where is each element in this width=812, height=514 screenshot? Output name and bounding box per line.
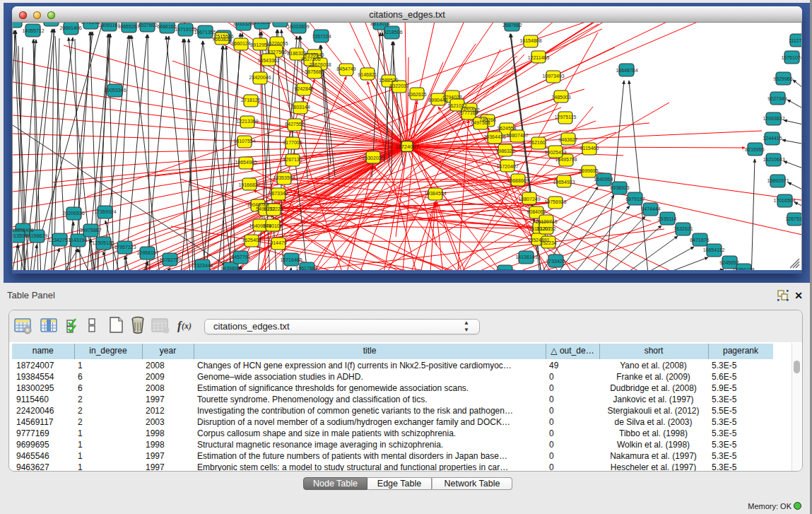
svg-text:16154808: 16154808: [519, 38, 541, 43]
svg-text:13353594: 13353594: [273, 175, 295, 180]
svg-text:9777169: 9777169: [459, 110, 478, 115]
svg-text:18724007: 18724007: [395, 144, 418, 150]
svg-text:8740109: 8740109: [263, 223, 282, 228]
svg-text:8322037: 8322037: [389, 83, 408, 88]
svg-text:8186323: 8186323: [287, 51, 306, 56]
svg-text:2718126: 2718126: [241, 98, 260, 103]
svg-text:8813014: 8813014: [370, 23, 389, 26]
svg-text:8471676: 8471676: [690, 238, 709, 243]
svg-text:20364436: 20364436: [483, 134, 505, 139]
svg-text:19654923: 19654923: [553, 180, 575, 185]
svg-text:10654112: 10654112: [703, 247, 725, 252]
svg-text:3913506: 3913506: [13, 233, 28, 238]
svg-text:8454749: 8454749: [336, 66, 355, 71]
svg-text:9242848: 9242848: [294, 86, 313, 91]
svg-text:14055712: 14055712: [22, 28, 44, 33]
svg-text:16671355: 16671355: [194, 30, 216, 35]
svg-text:9245652: 9245652: [719, 260, 739, 265]
svg-text:1320132: 1320132: [536, 226, 555, 231]
svg-text:19617889: 19617889: [295, 266, 317, 270]
svg-text:8912954: 8912954: [250, 42, 269, 47]
svg-text:10025433: 10025433: [544, 150, 566, 155]
svg-text:16495798: 16495798: [555, 157, 577, 162]
svg-text:1733426: 1733426: [546, 259, 565, 264]
svg-text:3267130: 3267130: [283, 157, 302, 162]
svg-text:9439898: 9439898: [220, 266, 240, 270]
svg-text:1588520: 1588520: [379, 78, 398, 83]
svg-text:10973493: 10973493: [542, 74, 564, 78]
svg-text:15751074: 15751074: [781, 55, 802, 60]
svg-text:18356778: 18356778: [732, 267, 754, 270]
svg-text:16782759: 16782759: [159, 257, 181, 262]
svg-text:14136141: 14136141: [515, 255, 537, 259]
svg-text:12093832: 12093832: [763, 116, 784, 121]
svg-text:1527602: 1527602: [138, 23, 157, 28]
svg-text:19208496: 19208496: [13, 228, 34, 233]
svg-text:17359924: 17359924: [94, 209, 116, 214]
svg-text:2935114: 2935114: [658, 216, 677, 221]
svg-text:11026225: 11026225: [13, 23, 25, 23]
svg-text:19218506: 19218506: [380, 30, 402, 35]
svg-text:62160: 62160: [531, 140, 546, 145]
svg-text:18807249: 18807249: [518, 197, 540, 201]
svg-text:9474444: 9474444: [641, 206, 660, 211]
svg-text:6879197: 6879197: [625, 197, 645, 201]
svg-text:8427552: 8427552: [285, 122, 304, 127]
svg-text:9699695: 9699695: [579, 168, 598, 173]
svg-text:9329966: 9329966: [773, 76, 792, 81]
svg-text:9457791: 9457791: [231, 255, 250, 259]
svg-text:914479: 914479: [270, 240, 286, 245]
svg-text:9463627: 9463627: [558, 137, 577, 142]
svg-text:8215955: 8215955: [745, 147, 764, 152]
svg-text:1267534: 1267534: [785, 216, 802, 221]
svg-text:19120746: 19120746: [535, 219, 557, 224]
svg-text:20206536: 20206536: [62, 211, 84, 216]
svg-text:17016504: 17016504: [773, 198, 795, 203]
svg-text:10688609: 10688609: [507, 178, 529, 183]
svg-text:10807487: 10807487: [506, 133, 528, 138]
svg-text:10958107: 10958107: [136, 250, 158, 255]
svg-text:16033809: 16033809: [287, 24, 309, 29]
svg-text:19756928: 19756928: [544, 199, 566, 204]
svg-text:15720407: 15720407: [496, 164, 518, 169]
svg-text:6794028: 6794028: [442, 95, 461, 100]
svg-text:3624554: 3624554: [497, 126, 516, 131]
svg-text:7663822: 7663822: [212, 37, 231, 42]
svg-text:1362615: 1362615: [407, 92, 426, 97]
svg-text:15692971: 15692971: [767, 178, 789, 183]
svg-text:252234: 252234: [540, 240, 556, 245]
svg-text:7485003: 7485003: [551, 95, 570, 100]
svg-text:18107554: 18107554: [233, 139, 255, 144]
svg-text:19654985: 19654985: [235, 160, 257, 165]
svg-text:6497568: 6497568: [471, 120, 490, 125]
svg-text:23420046: 23420046: [249, 75, 271, 80]
svg-text:19166827: 19166827: [238, 182, 260, 187]
svg-text:17957223: 17957223: [114, 245, 136, 250]
svg-text:23676038: 23676038: [309, 62, 331, 67]
svg-text:9146821: 9146821: [358, 72, 377, 77]
svg-text:15716485: 15716485: [280, 257, 302, 262]
svg-text:20053346: 20053346: [104, 88, 126, 93]
svg-text:12211485: 12211485: [528, 55, 550, 60]
svg-text:1640954: 1640954: [594, 177, 613, 182]
svg-text:12342757: 12342757: [48, 238, 70, 243]
svg-text:16210643: 16210643: [763, 157, 784, 162]
svg-text:1143194: 1143194: [69, 238, 88, 243]
svg-text:30975887: 30975887: [79, 228, 101, 233]
svg-text:5875685: 5875685: [305, 69, 324, 74]
svg-text:19384554: 19384554: [424, 191, 446, 196]
svg-text:7357224: 7357224: [312, 34, 331, 39]
svg-text:16543362: 16543362: [257, 58, 279, 63]
svg-text:1772246: 1772246: [81, 23, 100, 25]
svg-text:9084067: 9084067: [526, 209, 546, 214]
svg-text:9177006: 9177006: [283, 140, 302, 145]
svg-text:6466160: 6466160: [157, 24, 176, 29]
svg-text:1112748: 1112748: [789, 38, 802, 43]
svg-text:12323446: 12323446: [191, 263, 213, 268]
svg-text:16648784: 16648784: [616, 68, 637, 73]
svg-text:7632621: 7632621: [673, 226, 693, 231]
svg-text:12213369: 12213369: [236, 119, 258, 124]
svg-text:2687682: 2687682: [502, 23, 522, 28]
svg-text:1229258: 1229258: [252, 23, 271, 25]
svg-text:20691406: 20691406: [59, 25, 81, 30]
